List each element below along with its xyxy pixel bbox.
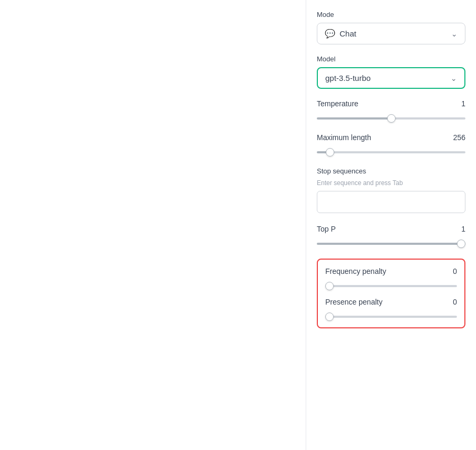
stop-sequences-section: Stop sequences Enter sequence and press … bbox=[317, 167, 465, 213]
left-panel bbox=[0, 0, 306, 450]
temperature-slider[interactable] bbox=[317, 117, 465, 120]
max-length-section: Maximum length 256 bbox=[317, 133, 465, 155]
frequency-penalty-section: Frequency penalty 0 bbox=[325, 267, 457, 289]
stop-sequences-label: Stop sequences bbox=[317, 167, 465, 175]
stop-sequences-input[interactable] bbox=[317, 191, 465, 213]
presence-penalty-value: 0 bbox=[453, 298, 457, 306]
presence-penalty-header: Presence penalty 0 bbox=[325, 298, 457, 306]
frequency-penalty-header: Frequency penalty 0 bbox=[325, 267, 457, 275]
temperature-value: 1 bbox=[461, 99, 465, 108]
top-p-section: Top P 1 bbox=[317, 225, 465, 247]
model-section: Model gpt-3.5-turbo ⌄ bbox=[317, 55, 465, 89]
stop-sequences-hint: Enter sequence and press Tab bbox=[317, 179, 465, 187]
top-p-label: Top P bbox=[317, 225, 336, 233]
chat-icon: 💬 bbox=[325, 29, 335, 39]
top-p-header: Top P 1 bbox=[317, 225, 465, 233]
max-length-label: Maximum length bbox=[317, 133, 371, 142]
presence-penalty-label: Presence penalty bbox=[325, 298, 382, 306]
mode-dropdown-left: 💬 Chat bbox=[325, 29, 356, 39]
model-dropdown-left: gpt-3.5-turbo bbox=[325, 74, 371, 82]
max-length-value: 256 bbox=[453, 133, 465, 142]
top-p-slider[interactable] bbox=[317, 243, 465, 245]
temperature-header: Temperature 1 bbox=[317, 99, 465, 108]
mode-dropdown-value: Chat bbox=[340, 29, 356, 38]
frequency-penalty-label: Frequency penalty bbox=[325, 267, 386, 275]
frequency-penalty-slider[interactable] bbox=[325, 285, 457, 287]
model-dropdown[interactable]: gpt-3.5-turbo ⌄ bbox=[317, 67, 465, 89]
temperature-section: Temperature 1 bbox=[317, 99, 465, 122]
frequency-penalty-value: 0 bbox=[453, 267, 457, 275]
mode-dropdown[interactable]: 💬 Chat ⌄ bbox=[317, 23, 465, 44]
right-panel: Mode 💬 Chat ⌄ Model gpt-3.5-turbo ⌄ Temp… bbox=[306, 0, 476, 450]
penalty-box: Frequency penalty 0 Presence penalty 0 bbox=[317, 259, 465, 328]
max-length-slider[interactable] bbox=[317, 151, 465, 153]
model-dropdown-value: gpt-3.5-turbo bbox=[325, 74, 371, 82]
model-chevron-icon: ⌄ bbox=[451, 74, 457, 82]
presence-penalty-section: Presence penalty 0 bbox=[325, 298, 457, 320]
presence-penalty-slider[interactable] bbox=[325, 316, 457, 318]
mode-chevron-icon: ⌄ bbox=[451, 30, 457, 38]
mode-section: Mode 💬 Chat ⌄ bbox=[317, 11, 465, 44]
model-label: Model bbox=[317, 55, 465, 63]
temperature-label: Temperature bbox=[317, 99, 359, 108]
max-length-header: Maximum length 256 bbox=[317, 133, 465, 142]
mode-label: Mode bbox=[317, 11, 465, 19]
top-p-value: 1 bbox=[461, 225, 465, 233]
